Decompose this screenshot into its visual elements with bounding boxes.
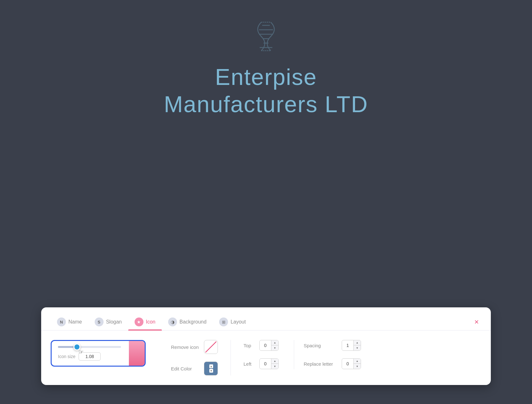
left-up-button[interactable]: ▲ bbox=[271, 359, 278, 364]
tab-name-icon: N bbox=[57, 317, 66, 326]
top-down-button[interactable]: ▼ bbox=[271, 345, 278, 350]
remove-icon-svg bbox=[204, 340, 218, 354]
cursor-icon: ☞ bbox=[79, 349, 84, 356]
pink-accent-bar bbox=[129, 341, 145, 366]
tab-name-label: Name bbox=[68, 319, 82, 325]
replace-letter-label: Replace letter bbox=[304, 361, 339, 367]
spacing-row: Spacing ▲ ▼ bbox=[304, 340, 361, 351]
top-label: Top bbox=[244, 343, 256, 348]
spacing-stepper[interactable]: ▲ ▼ bbox=[342, 340, 361, 351]
tab-bar: N Name S Slogan ★ Icon ◑ Background ⊞ La… bbox=[41, 307, 491, 330]
replace-letter-down-button[interactable]: ▼ bbox=[354, 364, 361, 369]
left-down-button[interactable]: ▼ bbox=[271, 364, 278, 369]
tab-icon-label: Icon bbox=[146, 319, 155, 325]
replace-letter-input[interactable] bbox=[342, 359, 353, 368]
left-row: Left ▲ ▼ bbox=[244, 358, 281, 369]
tab-background[interactable]: ◑ Background bbox=[162, 314, 213, 330]
icon-size-label: Icon size bbox=[58, 354, 75, 359]
position-section: Top ▲ ▼ Left ▲ ▼ bbox=[231, 340, 294, 369]
tab-background-icon: ◑ bbox=[168, 317, 177, 326]
top-input[interactable] bbox=[260, 341, 271, 350]
spacing-section: Spacing ▲ ▼ Replace letter ▲ ▼ bbox=[294, 340, 370, 369]
close-button[interactable]: × bbox=[472, 315, 481, 329]
top-stepper-buttons: ▲ ▼ bbox=[271, 340, 278, 350]
left-stepper-buttons: ▲ ▼ bbox=[271, 359, 278, 369]
edit-color-label: Edit Color bbox=[171, 366, 200, 371]
spacing-stepper-buttons: ▲ ▼ bbox=[353, 340, 361, 350]
tab-slogan-label: Slogan bbox=[106, 319, 122, 325]
replace-letter-stepper[interactable]: ▲ ▼ bbox=[342, 358, 361, 369]
tab-layout-icon: ⊞ bbox=[219, 317, 228, 326]
top-row: Top ▲ ▼ bbox=[244, 340, 281, 351]
icon-size-section: ☞ Icon size bbox=[51, 340, 146, 367]
remove-icon-label: Remove icon bbox=[171, 344, 200, 350]
tab-name[interactable]: N Name bbox=[51, 314, 88, 330]
replace-letter-up-button[interactable]: ▲ bbox=[354, 359, 361, 364]
company-name: Enterpise Manufacturers LTD bbox=[164, 63, 368, 118]
top-stepper[interactable]: ▲ ▼ bbox=[259, 340, 279, 351]
icon-size-slider-track[interactable]: ☞ bbox=[58, 346, 121, 348]
panel-content: ☞ Icon size Remove icon Edit Color bbox=[41, 330, 491, 385]
icon-controls-section: Remove icon Edit Color ▲ ▼ bbox=[158, 340, 231, 375]
tab-layout-label: Layout bbox=[231, 319, 246, 325]
canvas-area: Enterpise Manufacturers LTD bbox=[0, 0, 532, 118]
spacing-up-button[interactable]: ▲ bbox=[354, 340, 361, 345]
replace-letter-row: Replace letter ▲ ▼ bbox=[304, 358, 361, 369]
left-stepper[interactable]: ▲ ▼ bbox=[259, 358, 279, 369]
left-label: Left bbox=[244, 361, 256, 367]
edit-color-row: Edit Color ▲ ▼ bbox=[171, 362, 218, 375]
tab-icon[interactable]: ★ Icon bbox=[128, 314, 162, 330]
edit-color-button[interactable]: ▲ ▼ bbox=[204, 362, 218, 375]
slider-row: ☞ bbox=[58, 346, 138, 348]
editor-panel: N Name S Slogan ★ Icon ◑ Background ⊞ La… bbox=[41, 307, 491, 385]
spacing-down-button[interactable]: ▼ bbox=[354, 345, 361, 350]
tab-icon-icon: ★ bbox=[135, 317, 143, 326]
tab-slogan[interactable]: S Slogan bbox=[88, 314, 128, 330]
color-stepper: ▲ ▼ bbox=[209, 364, 213, 373]
replace-letter-stepper-buttons: ▲ ▼ bbox=[353, 359, 361, 369]
tab-layout[interactable]: ⊞ Layout bbox=[213, 314, 252, 330]
left-input[interactable] bbox=[260, 359, 271, 368]
color-up-arrow[interactable]: ▲ bbox=[209, 364, 213, 368]
dna-icon bbox=[250, 19, 282, 57]
color-down-arrow[interactable]: ▼ bbox=[209, 369, 213, 373]
icon-size-row: Icon size bbox=[58, 352, 138, 361]
svg-line-8 bbox=[206, 342, 216, 352]
spacing-label: Spacing bbox=[304, 343, 339, 348]
top-up-button[interactable]: ▲ bbox=[271, 340, 278, 345]
tab-background-label: Background bbox=[180, 319, 206, 325]
spacing-input[interactable] bbox=[342, 341, 353, 350]
tab-slogan-icon: S bbox=[95, 317, 104, 326]
remove-icon-button[interactable] bbox=[204, 340, 218, 354]
remove-icon-row: Remove icon bbox=[171, 340, 218, 354]
